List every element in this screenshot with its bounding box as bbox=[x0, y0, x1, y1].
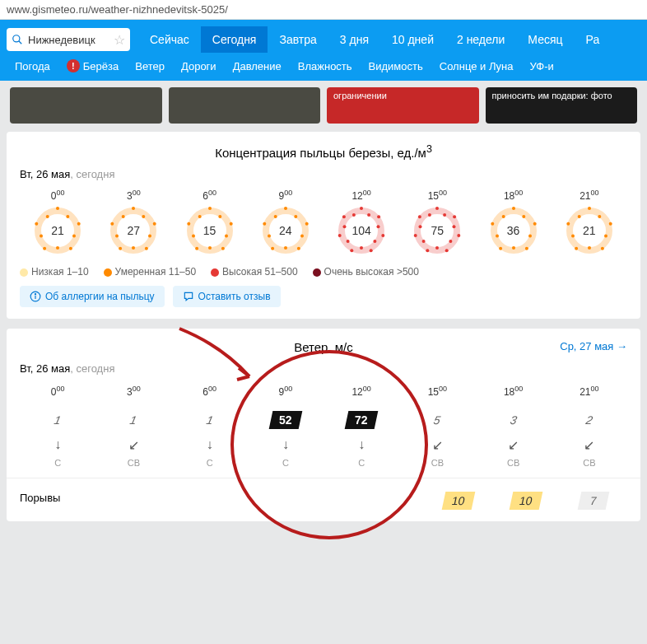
svg-point-58 bbox=[343, 225, 347, 228]
leave-review-button[interactable]: Оставить отзыв bbox=[173, 286, 281, 307]
subtab-5[interactable]: Влажность bbox=[290, 56, 361, 76]
search-input[interactable] bbox=[28, 34, 102, 46]
svg-point-0 bbox=[13, 35, 20, 42]
wind-arrow-cell: ↙ bbox=[552, 431, 627, 456]
pollen-value: 21 bbox=[583, 224, 596, 237]
news-card[interactable] bbox=[169, 87, 321, 124]
svg-point-11 bbox=[35, 222, 38, 226]
hour-label: 000 bbox=[20, 189, 95, 202]
tab-ра[interactable]: Ра bbox=[575, 26, 612, 53]
wind-value-cell: 5 bbox=[399, 409, 475, 431]
gust-value: 10 bbox=[509, 492, 542, 510]
tab-3 дня[interactable]: 3 дня bbox=[328, 26, 380, 53]
wind-value-cell: 72 bbox=[324, 409, 399, 431]
allergy-info-button[interactable]: Об аллергии на пыльцу bbox=[20, 286, 165, 307]
svg-point-54 bbox=[360, 246, 363, 250]
hour-label: 900 bbox=[248, 189, 324, 202]
hour-label: 1200 bbox=[324, 189, 399, 202]
svg-point-72 bbox=[414, 234, 417, 237]
subtab-3[interactable]: Дороги bbox=[173, 56, 225, 76]
svg-point-48 bbox=[367, 213, 370, 217]
wind-hour-label: 000 bbox=[20, 383, 95, 404]
svg-point-37 bbox=[294, 215, 297, 218]
news-card[interactable]: ограничении bbox=[327, 87, 479, 124]
svg-line-1 bbox=[19, 41, 22, 44]
wind-direction-arrow-icon: ↓ bbox=[172, 437, 248, 452]
wind-dir-cell: СВ bbox=[95, 456, 171, 469]
svg-point-100 bbox=[35, 294, 35, 295]
wind-hour-label: 1500 bbox=[399, 383, 475, 404]
wind-hour-label: 900 bbox=[248, 383, 324, 404]
svg-point-97 bbox=[578, 215, 581, 218]
svg-point-59 bbox=[342, 215, 346, 218]
wind-date: Вт, 26 мая, сегодня bbox=[20, 362, 627, 375]
wind-dir-cell: С bbox=[20, 456, 95, 469]
wind-value-cell: 1 bbox=[20, 409, 95, 431]
svg-point-66 bbox=[458, 234, 461, 237]
wind-direction-label: С bbox=[248, 458, 324, 468]
wind-value: 52 bbox=[269, 411, 302, 429]
wind-dir-cell: С bbox=[324, 456, 399, 469]
svg-point-47 bbox=[360, 207, 363, 210]
svg-point-56 bbox=[347, 240, 350, 243]
wind-arrow-cell: ↙ bbox=[399, 431, 475, 456]
svg-point-81 bbox=[525, 247, 528, 250]
svg-point-23 bbox=[122, 215, 125, 218]
svg-point-51 bbox=[381, 234, 384, 237]
svg-point-26 bbox=[218, 215, 221, 218]
subtab-7[interactable]: Солнце и Луна bbox=[431, 56, 522, 76]
svg-point-45 bbox=[274, 215, 277, 218]
wind-value: 1 bbox=[42, 411, 74, 429]
subtab-4[interactable]: Давление bbox=[225, 56, 290, 76]
wind-arrow-cell: ↓ bbox=[20, 431, 95, 456]
wind-direction-arrow-icon: ↓ bbox=[248, 437, 324, 452]
wind-value: 1 bbox=[118, 411, 150, 429]
pollen-legend: Низкая 1–10Умеренная 11–50Высокая 51–500… bbox=[20, 266, 627, 278]
pollen-circle: 27 bbox=[109, 207, 157, 254]
gust-cell: 10 bbox=[424, 492, 491, 510]
subtab-6[interactable]: Видимость bbox=[361, 56, 431, 76]
pollen-value: 27 bbox=[128, 224, 141, 237]
svg-point-57 bbox=[338, 234, 342, 237]
news-card[interactable]: приносить им подарки: фото bbox=[486, 87, 638, 124]
wind-dir-cell: СВ bbox=[476, 456, 552, 469]
location-search[interactable]: ☆ bbox=[7, 28, 130, 51]
tab-сейчас[interactable]: Сейчас bbox=[138, 26, 201, 53]
subtab-1[interactable]: !Берёза bbox=[58, 56, 127, 76]
tab-завтра[interactable]: Завтра bbox=[268, 26, 328, 53]
svg-point-33 bbox=[187, 222, 190, 226]
pollen-circle: 36 bbox=[490, 207, 538, 254]
hour-label: 2100 bbox=[552, 189, 627, 202]
favorite-star-icon[interactable]: ☆ bbox=[114, 32, 125, 48]
tab-2 недели[interactable]: 2 недели bbox=[445, 26, 516, 53]
subtab-2[interactable]: Ветер bbox=[127, 56, 173, 76]
svg-point-15 bbox=[142, 215, 146, 218]
tab-сегодня[interactable]: Сегодня bbox=[201, 26, 268, 53]
svg-point-29 bbox=[221, 247, 225, 250]
wind-value-cell: 1 bbox=[95, 409, 171, 431]
gust-value: 10 bbox=[441, 492, 474, 510]
svg-point-4 bbox=[66, 215, 69, 218]
svg-point-90 bbox=[609, 222, 612, 226]
address-bar[interactable]: www.gismeteo.ru/weather-nizhnedevitsk-50… bbox=[0, 0, 647, 20]
pollen-hour-cell: 00021 bbox=[20, 189, 95, 254]
wind-direction-label: С bbox=[324, 458, 399, 468]
svg-point-41 bbox=[284, 246, 287, 250]
svg-point-55 bbox=[350, 249, 353, 252]
svg-point-8 bbox=[56, 246, 59, 250]
next-day-link[interactable]: Ср, 27 мая → bbox=[560, 340, 627, 352]
top-nav: ☆ СейчасСегодняЗавтра3 дня10 дней2 недел… bbox=[0, 20, 647, 81]
svg-point-44 bbox=[263, 222, 266, 226]
wind-value-cell: 2 bbox=[552, 409, 627, 431]
svg-point-91 bbox=[604, 235, 607, 238]
gust-cell: 10 bbox=[492, 492, 560, 510]
tab-месяц[interactable]: Месяц bbox=[516, 26, 574, 53]
subtab-0[interactable]: Погода bbox=[7, 56, 58, 76]
legend-item: Очень высокая >500 bbox=[313, 266, 419, 278]
subtab-8[interactable]: УФ-и bbox=[521, 56, 561, 76]
news-card[interactable] bbox=[10, 87, 162, 124]
svg-point-36 bbox=[284, 207, 287, 210]
tab-10 дней[interactable]: 10 дней bbox=[380, 26, 445, 53]
wind-direction-arrow-icon: ↙ bbox=[476, 437, 552, 453]
svg-point-49 bbox=[377, 215, 380, 218]
